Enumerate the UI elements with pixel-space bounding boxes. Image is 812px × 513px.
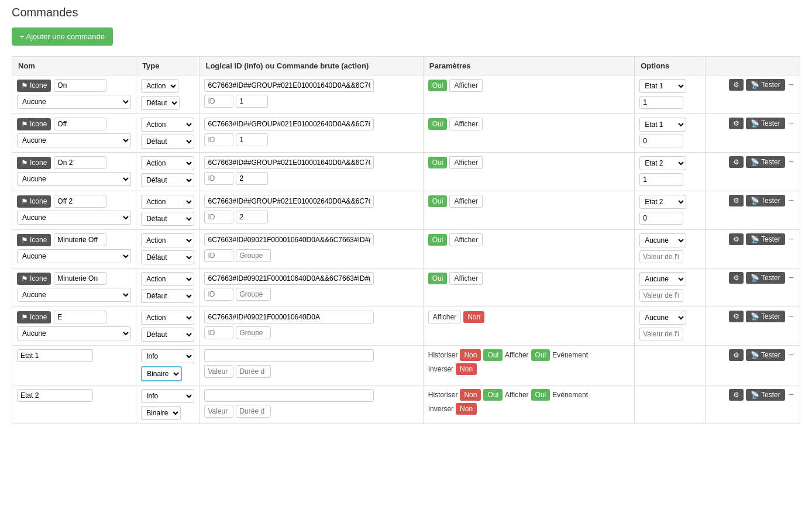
id-num-8[interactable] (236, 365, 271, 378)
val-input-2[interactable] (639, 135, 683, 147)
etat-select-1[interactable]: Etat 1 (639, 79, 686, 93)
id-input-2[interactable] (204, 133, 233, 146)
oui-button-1[interactable]: Oui (428, 80, 448, 91)
inverser-non-button-8[interactable]: Non (456, 363, 477, 375)
type-sub-select-3[interactable]: Défaut (141, 173, 194, 187)
afficher-button-7[interactable]: Afficher (428, 311, 461, 323)
aucune-select-4[interactable]: Aucune (17, 211, 131, 225)
type-sub-select-9[interactable]: Binaire (141, 406, 181, 420)
type-sub-select-1[interactable]: Défaut (141, 96, 180, 110)
type-sub-select-5[interactable]: Défaut (141, 250, 194, 264)
etat-select-2[interactable]: Etat 1 (639, 118, 686, 132)
aucune-select-7[interactable]: Aucune (17, 326, 131, 340)
afficher-button-4[interactable]: Afficher (449, 195, 482, 208)
id-num-2[interactable] (236, 133, 268, 146)
aucune-select-6[interactable]: Aucune (17, 288, 131, 302)
share-button-4[interactable]: ⚙ (729, 195, 744, 206)
id-num-1[interactable] (236, 95, 268, 108)
logical-input-5[interactable] (204, 233, 374, 246)
logical-input-1[interactable] (204, 79, 374, 92)
logical-input-8[interactable] (204, 349, 374, 362)
val-input-5[interactable] (639, 250, 683, 263)
type-main-select-9[interactable]: Info (141, 389, 194, 403)
icone-button-1[interactable]: ⚑ Icone (17, 80, 51, 92)
tester-button-8[interactable]: 📡 Tester (746, 349, 785, 361)
nom-input-8[interactable] (17, 349, 93, 362)
etat-select-3[interactable]: Etat 2 (639, 156, 686, 170)
val-input-1[interactable] (639, 96, 683, 109)
remove-button-1[interactable]: − (787, 80, 795, 89)
inverser-non-button-9[interactable]: Non (456, 403, 477, 415)
afficher-button-1[interactable]: Afficher (449, 79, 482, 92)
logical-input-7[interactable] (204, 311, 374, 323)
val-input-7[interactable] (639, 328, 683, 340)
historiser-non-button-8[interactable]: Non (460, 349, 481, 361)
nom-input-5[interactable] (54, 233, 106, 246)
historiser-oui-button-9[interactable]: Oui (483, 389, 503, 401)
type-sub-select-2[interactable]: Défaut (141, 135, 194, 149)
icone-button-4[interactable]: ⚑ Icone (17, 195, 51, 208)
afficher-button-3[interactable]: Afficher (449, 156, 482, 169)
type-main-select-1[interactable]: Action (141, 79, 178, 93)
share-button-5[interactable]: ⚙ (729, 233, 744, 245)
type-main-select-6[interactable]: Action (141, 272, 194, 286)
nom-input-7[interactable] (54, 311, 106, 323)
type-sub-select-8[interactable]: Binaire (141, 366, 182, 381)
tester-button-3[interactable]: 📡 Tester (746, 156, 785, 168)
id-num-5[interactable] (236, 249, 271, 262)
type-sub-select-6[interactable]: Défaut (141, 289, 194, 303)
afficher-button-2[interactable]: Afficher (449, 118, 482, 130)
aucune-select-3[interactable]: Aucune (17, 172, 131, 186)
non-button-7[interactable]: Non (463, 311, 484, 323)
remove-button-4[interactable]: − (787, 196, 795, 205)
aucune-select-2[interactable]: Aucune (17, 133, 131, 147)
logical-input-9[interactable] (204, 389, 374, 402)
share-button-1[interactable]: ⚙ (729, 79, 744, 91)
remove-button-9[interactable]: − (787, 390, 795, 400)
nom-input-2[interactable] (54, 118, 106, 130)
type-main-select-8[interactable]: Info (141, 349, 194, 363)
icone-button-6[interactable]: ⚑ Icone (17, 273, 51, 285)
tester-button-4[interactable]: 📡 Tester (746, 195, 785, 206)
type-main-select-7[interactable]: Action (141, 311, 194, 325)
icone-button-5[interactable]: ⚑ Icone (17, 234, 51, 246)
id-num-6[interactable] (236, 288, 271, 301)
id-num-4[interactable] (236, 211, 268, 223)
type-main-select-5[interactable]: Action (141, 233, 194, 247)
val-input-4[interactable] (639, 212, 683, 225)
id-num-3[interactable] (236, 172, 268, 185)
afficher-oui-button-8[interactable]: Oui (531, 349, 550, 361)
id-input-3[interactable] (204, 172, 233, 185)
id-input-7[interactable] (204, 326, 233, 339)
id-input-5[interactable] (204, 249, 233, 262)
nom-input-3[interactable] (54, 156, 106, 169)
type-main-select-2[interactable]: Action (141, 118, 194, 132)
oui-button-2[interactable]: Oui (428, 118, 448, 130)
remove-button-6[interactable]: − (787, 273, 795, 283)
historiser-non-button-9[interactable]: Non (460, 389, 481, 401)
afficher-button-5[interactable]: Afficher (449, 233, 482, 246)
icone-button-2[interactable]: ⚑ Icone (17, 118, 51, 130)
id-input-9[interactable] (204, 405, 233, 418)
oui-button-3[interactable]: Oui (428, 157, 448, 168)
tester-button-7[interactable]: 📡 Tester (746, 311, 785, 322)
etat-select-6[interactable]: Aucune (639, 272, 686, 286)
val-input-3[interactable] (639, 173, 683, 186)
type-sub-select-7[interactable]: Défaut (141, 328, 194, 342)
logical-input-2[interactable] (204, 118, 374, 130)
oui-button-6[interactable]: Oui (428, 273, 448, 284)
id-num-7[interactable] (236, 326, 271, 339)
nom-input-1[interactable] (54, 79, 106, 92)
nom-input-4[interactable] (54, 195, 106, 208)
tester-button-5[interactable]: 📡 Tester (746, 233, 785, 245)
remove-button-3[interactable]: − (787, 157, 795, 167)
tester-button-6[interactable]: 📡 Tester (746, 272, 785, 284)
icone-button-3[interactable]: ⚑ Icone (17, 157, 51, 169)
type-sub-select-4[interactable]: Défaut (141, 212, 194, 226)
oui-button-4[interactable]: Oui (428, 195, 448, 207)
id-input-4[interactable] (204, 211, 233, 223)
share-button-6[interactable]: ⚙ (729, 272, 744, 284)
id-input-1[interactable] (204, 95, 233, 108)
aucune-select-1[interactable]: Aucune (17, 95, 131, 109)
share-button-2[interactable]: ⚙ (729, 118, 744, 129)
